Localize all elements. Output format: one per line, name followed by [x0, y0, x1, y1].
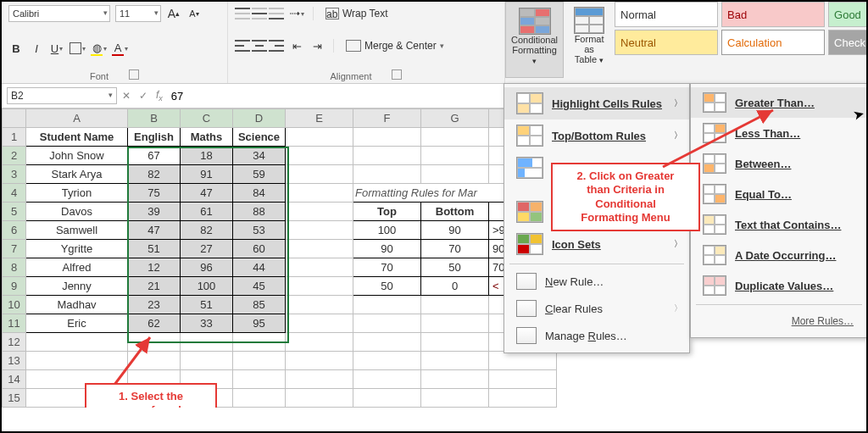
wrap-text-button[interactable]: ab Wrap Text	[322, 6, 392, 21]
align-bottom-icon[interactable]	[269, 5, 284, 22]
menu-new-rule[interactable]: New Rule…	[504, 268, 689, 295]
style-good[interactable]: Good	[828, 2, 868, 27]
cell[interactable]: Science	[233, 128, 286, 147]
cell[interactable]	[286, 314, 353, 333]
cell[interactable]	[353, 389, 421, 408]
row-header[interactable]: 8	[3, 258, 26, 277]
submenu-text-contains[interactable]: Text that Contains…	[691, 209, 867, 240]
cell[interactable]: 18	[181, 147, 233, 165]
submenu-greater-than[interactable]: Greater Than…	[691, 87, 867, 118]
font-name-combo[interactable]: Calibri	[8, 5, 110, 22]
cell[interactable]: 62	[128, 314, 181, 333]
cell[interactable]: Ygritte	[26, 240, 128, 258]
cell[interactable]	[286, 221, 353, 240]
cell[interactable]	[286, 370, 353, 389]
cell[interactable]	[353, 296, 421, 314]
cell[interactable]: 75	[128, 184, 181, 203]
col-header-A[interactable]: A	[26, 109, 128, 128]
cell[interactable]	[233, 389, 286, 408]
cell[interactable]: Student Name	[26, 128, 128, 147]
cell[interactable]	[421, 165, 489, 184]
cell[interactable]: 45	[233, 277, 286, 296]
increase-font-icon[interactable]: A▴	[166, 5, 181, 22]
row-header[interactable]: 7	[3, 240, 26, 258]
format-as-table-button[interactable]: Format as Table ▾	[569, 2, 609, 76]
underline-button[interactable]: U	[49, 40, 64, 57]
cell[interactable]	[286, 277, 353, 296]
cell[interactable]: Alfred	[26, 258, 128, 277]
style-calculation[interactable]: Calculation	[721, 30, 825, 55]
cell[interactable]: 34	[233, 147, 286, 165]
submenu-more-rules[interactable]: More Rules…	[691, 308, 867, 334]
col-header-F[interactable]: F	[353, 109, 421, 128]
cell[interactable]	[181, 333, 233, 352]
cell[interactable]: John Snow	[26, 147, 128, 165]
row-header[interactable]: 6	[3, 221, 26, 240]
cell[interactable]: Davos	[26, 203, 128, 221]
cell[interactable]: English	[128, 128, 181, 147]
cell[interactable]: 33	[181, 314, 233, 333]
cell[interactable]	[489, 352, 557, 370]
cell[interactable]	[286, 352, 353, 370]
submenu-less-than[interactable]: Less Than…	[691, 118, 867, 148]
col-header-D[interactable]: D	[233, 109, 286, 128]
cell[interactable]: 67	[128, 147, 181, 165]
cell[interactable]: Tyrion	[26, 184, 128, 203]
cell[interactable]	[286, 240, 353, 258]
cell[interactable]	[421, 147, 489, 165]
cell[interactable]: Jenny	[26, 277, 128, 296]
row-header[interactable]: 11	[3, 314, 26, 333]
cell[interactable]	[421, 314, 489, 333]
cell[interactable]	[421, 296, 489, 314]
font-dialog-launcher-icon[interactable]	[129, 69, 139, 80]
cell[interactable]: 100	[181, 277, 233, 296]
cell[interactable]: Stark Arya	[26, 165, 128, 184]
cell-styles-gallery[interactable]: Normal Bad Good Neutral Calculation Chec…	[615, 2, 868, 55]
cell[interactable]	[286, 184, 353, 203]
style-bad[interactable]: Bad	[721, 2, 825, 27]
cell[interactable]: 96	[181, 258, 233, 277]
col-header-B[interactable]: B	[128, 109, 181, 128]
cell[interactable]: 61	[181, 203, 233, 221]
borders-button[interactable]	[70, 40, 86, 57]
cell[interactable]: 47	[181, 184, 233, 203]
cell[interactable]: 39	[128, 203, 181, 221]
cell[interactable]	[286, 296, 353, 314]
submenu-equal-to[interactable]: Equal To…	[691, 179, 867, 209]
menu-highlight-cells-rules[interactable]: Highlight Cells Rules 〉	[504, 87, 689, 119]
cell[interactable]: 84	[233, 184, 286, 203]
submenu-duplicate-values[interactable]: Duplicate Values…	[691, 270, 867, 301]
cell[interactable]	[128, 333, 181, 352]
orientation-button[interactable]: ⭬	[289, 5, 304, 22]
style-check-cell[interactable]: Check	[828, 30, 868, 55]
submenu-between[interactable]: Between…	[691, 148, 867, 179]
row-header[interactable]: 10	[3, 296, 26, 314]
cell[interactable]: 53	[233, 221, 286, 240]
cell[interactable]: 60	[233, 240, 286, 258]
cell[interactable]: 82	[128, 165, 181, 184]
menu-clear-rules[interactable]: Clear Rules 〉	[504, 295, 689, 322]
cell[interactable]	[353, 370, 421, 389]
align-center-icon[interactable]	[252, 37, 267, 54]
row-header[interactable]: 4	[3, 184, 26, 203]
cell[interactable]: 90	[353, 240, 421, 258]
cancel-formula-icon[interactable]: ✕	[122, 90, 131, 102]
cell[interactable]	[181, 352, 233, 370]
name-box[interactable]: B2	[7, 87, 117, 104]
menu-manage-rules[interactable]: Manage Rules…	[504, 322, 689, 349]
increase-indent-icon[interactable]: ⇥	[309, 37, 325, 54]
cell[interactable]: 90	[421, 221, 489, 240]
decrease-font-icon[interactable]: A▾	[186, 5, 202, 22]
cell[interactable]: 47	[128, 221, 181, 240]
menu-top-bottom-rules[interactable]: Top/Bottom Rules 〉	[504, 119, 689, 152]
row-header[interactable]: 13	[3, 352, 26, 370]
cell[interactable]	[353, 128, 421, 147]
cell[interactable]	[286, 333, 353, 352]
cell[interactable]: Top	[353, 203, 421, 221]
font-color-button[interactable]: A	[112, 40, 128, 57]
align-middle-icon[interactable]	[252, 5, 267, 22]
cell[interactable]: 23	[128, 296, 181, 314]
style-normal[interactable]: Normal	[615, 2, 718, 27]
cell[interactable]: 70	[353, 258, 421, 277]
cell[interactable]	[353, 314, 421, 333]
